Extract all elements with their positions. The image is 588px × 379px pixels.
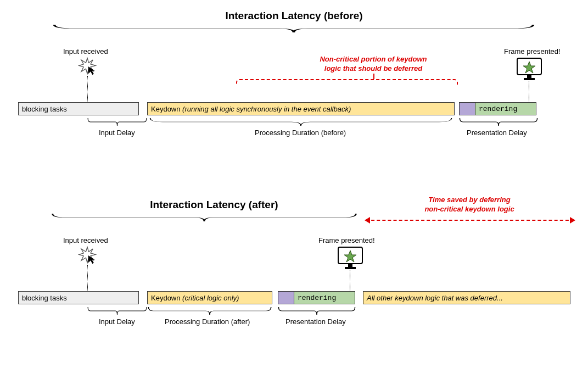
- svg-marker-5: [79, 247, 96, 263]
- seg-blocking-after: blocking tasks: [18, 291, 139, 304]
- label-input-delay-before: Input Delay: [99, 129, 135, 137]
- seg-deferred-after: All other keydown logic that was deferre…: [363, 291, 570, 304]
- seg-purple-after: [278, 291, 294, 304]
- click-burst-icon-after: [78, 246, 97, 265]
- seg-keydown-after-em: (critical logic only): [182, 294, 239, 302]
- seg-purple-before: [459, 102, 475, 115]
- red-span-stem: [373, 74, 374, 79]
- label-input-before: Input received: [63, 47, 108, 55]
- brace-overall-before: [49, 24, 538, 33]
- monitor-icon-after: [337, 246, 363, 270]
- svg-rect-8: [348, 264, 352, 267]
- seg-keydown-after-prefix: Keydown: [151, 294, 180, 302]
- monitor-icon: [516, 57, 542, 81]
- track-before: blocking tasks Keydown (running all logi…: [18, 102, 536, 115]
- label-presentation-before: Presentation Delay: [467, 129, 527, 137]
- seg-keydown-before: Keydown (running all logic synchronously…: [147, 102, 455, 115]
- svg-marker-0: [79, 58, 96, 74]
- dotted-frame-before: [529, 81, 529, 102]
- label-processing-before: Processing Duration (before): [255, 129, 346, 137]
- seg-keydown-before-em: (running all logic synchronously in the …: [182, 105, 351, 113]
- brace-presentation-before: [459, 118, 538, 126]
- title-after: Interaction Latency (after): [66, 199, 362, 211]
- brace-presentation-after: [278, 306, 356, 315]
- svg-rect-9: [345, 267, 356, 269]
- label-frame-before: Frame presented!: [504, 47, 561, 55]
- seg-keydown-after: Keydown (critical logic only): [147, 291, 272, 304]
- label-input-after: Input received: [63, 236, 108, 244]
- red-arrow-after: [366, 220, 574, 221]
- brace-overall-after: [49, 213, 359, 222]
- svg-rect-3: [527, 75, 531, 78]
- red-span-before: [236, 79, 458, 85]
- label-presentation-after: Presentation Delay: [285, 317, 346, 326]
- label-input-delay-after: Input Delay: [99, 317, 135, 326]
- brace-input-delay-before: [87, 118, 147, 126]
- annotation-after: Time saved by deferringnon-critical keyd…: [401, 196, 538, 214]
- svg-rect-4: [524, 78, 535, 80]
- title-before: Interaction Latency (before): [0, 10, 588, 22]
- brace-processing-after: [147, 306, 272, 315]
- annotation-before: Non-critical portion of keydownlogic tha…: [296, 55, 450, 74]
- dotted-input-after: [87, 265, 88, 291]
- brace-processing-before: [147, 118, 455, 126]
- brace-input-delay-after: [87, 306, 147, 315]
- seg-blocking-before: blocking tasks: [18, 102, 139, 115]
- click-burst-icon: [78, 57, 97, 76]
- seg-keydown-before-prefix: Keydown: [151, 105, 180, 113]
- dotted-frame-after: [350, 270, 350, 291]
- label-frame-after: Frame presented!: [318, 236, 375, 244]
- dotted-input-before: [87, 76, 88, 102]
- label-processing-after: Processing Duration (after): [165, 317, 250, 326]
- seg-rendering-before: rendering: [475, 102, 536, 115]
- track-after: blocking tasks Keydown (critical logic o…: [18, 291, 570, 304]
- seg-rendering-after: rendering: [294, 291, 355, 304]
